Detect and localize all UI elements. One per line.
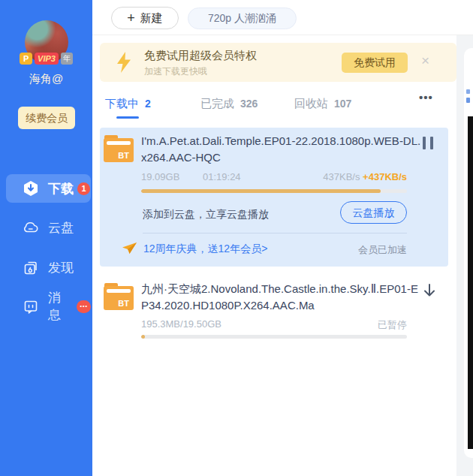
task-speed: 437KB/s +437KB/s: [141, 171, 407, 182]
trial-banner: 免费试用超级会员特权 加速下载更快哦 免费试用 ×: [100, 43, 456, 82]
progress-bar: [141, 189, 407, 193]
speed-boost-value: +437KB/s: [363, 171, 407, 182]
sidebar: P VIP3 年 海角@ 续费会员 下载 1 云盘 发现: [0, 0, 92, 476]
progress-bar: [141, 335, 407, 339]
speed-value: 437KB/s: [323, 171, 363, 182]
sidebar-item-download[interactable]: 下载 1: [6, 174, 91, 203]
sidebar-item-cloud-drive[interactable]: 云盘: [6, 213, 91, 242]
progress-fill: [141, 335, 145, 339]
download-shield-icon: [22, 179, 40, 197]
task-row-downloading[interactable]: BT I'm.A.Pet.at.Dali.Temple.EP01-22.2018…: [100, 128, 448, 267]
sidebar-item-label: 消息: [48, 289, 73, 324]
tab-recycle-bin[interactable]: 回收站 107: [294, 97, 351, 111]
right-panel-text-fragment: [466, 98, 470, 103]
lightning-icon: [115, 51, 133, 77]
sidebar-item-messages[interactable]: 消息 •••: [6, 292, 91, 321]
sidebar-item-label: 下载: [48, 180, 74, 197]
bt-label: BT: [118, 151, 129, 160]
cloud-hint-text: 添加到云盘，立享云盘播放: [143, 208, 269, 221]
active-tab-underline: [116, 116, 139, 119]
bt-folder-icon: BT: [104, 282, 134, 312]
tab-label: 已完成: [200, 97, 234, 111]
thunder-app-window: P VIP3 年 海角@ 续费会员 下载 1 云盘 发现: [0, 0, 473, 476]
poster-image-edge: [468, 116, 473, 449]
tab-count: 2: [145, 98, 151, 110]
member-accelerated-label: 会员已加速: [141, 243, 407, 257]
sidebar-item-discover[interactable]: 发现: [6, 253, 91, 282]
p-badge: P: [20, 53, 32, 65]
new-task-label: 新建: [140, 11, 163, 26]
sidebar-item-label: 云盘: [48, 219, 74, 236]
task-status: 已暂停: [141, 318, 407, 332]
sidebar-item-label: 发现: [48, 259, 74, 276]
pause-button[interactable]: [423, 137, 433, 149]
task-title: I'm.A.Pet.at.Dali.Temple.EP01-22.2018.10…: [141, 133, 422, 166]
task-row-paused[interactable]: BT 九州·天空城2.Novoland.The.Castle.in.the.Sk…: [100, 276, 448, 341]
year-badge: 年: [61, 53, 73, 65]
cloud-icon: [22, 218, 40, 236]
tab-count: 326: [240, 98, 258, 110]
bt-folder-icon: BT: [104, 134, 134, 164]
tab-count: 107: [334, 98, 351, 110]
tab-completed[interactable]: 已完成 326: [200, 97, 258, 111]
tab-label: 回收站: [294, 97, 328, 111]
close-icon[interactable]: ×: [421, 53, 429, 69]
banner-subtitle: 加速下载更快哦: [144, 65, 207, 78]
free-trial-button[interactable]: 免费试用: [342, 53, 408, 73]
more-menu-icon[interactable]: •••: [419, 91, 433, 104]
resume-download-arrow-icon[interactable]: [421, 282, 438, 302]
cloud-play-button[interactable]: 云盘播放: [340, 201, 407, 224]
row-divider: [143, 233, 407, 233]
topbar: + 新建 720p 人潮汹涌: [92, 0, 473, 35]
vip3-badge: VIP3: [35, 53, 59, 65]
bt-label: BT: [118, 299, 129, 308]
discover-icon: [22, 258, 40, 276]
renew-membership-button[interactable]: 续费会员: [18, 107, 75, 129]
new-task-button[interactable]: + 新建: [111, 7, 179, 29]
messages-unread-badge: •••: [77, 300, 91, 313]
download-count-badge: 1: [77, 182, 90, 195]
search-input[interactable]: 720p 人潮汹涌: [188, 8, 297, 29]
right-panel-text-fragment: [466, 89, 470, 94]
tab-downloading[interactable]: 下载中 2: [105, 97, 151, 111]
tab-label: 下载中: [105, 97, 139, 111]
rocket-icon: [121, 240, 137, 258]
vip-badge-row: P VIP3 年: [0, 53, 92, 65]
username: 海角@: [0, 72, 92, 86]
task-title: 九州·天空城2.Novoland.The.Castle.in.the.Sky.Ⅱ…: [141, 281, 422, 314]
progress-fill: [141, 189, 381, 193]
plus-icon: +: [127, 11, 135, 25]
banner-title: 免费试用超级会员特权: [144, 49, 257, 63]
message-icon: [22, 297, 40, 315]
